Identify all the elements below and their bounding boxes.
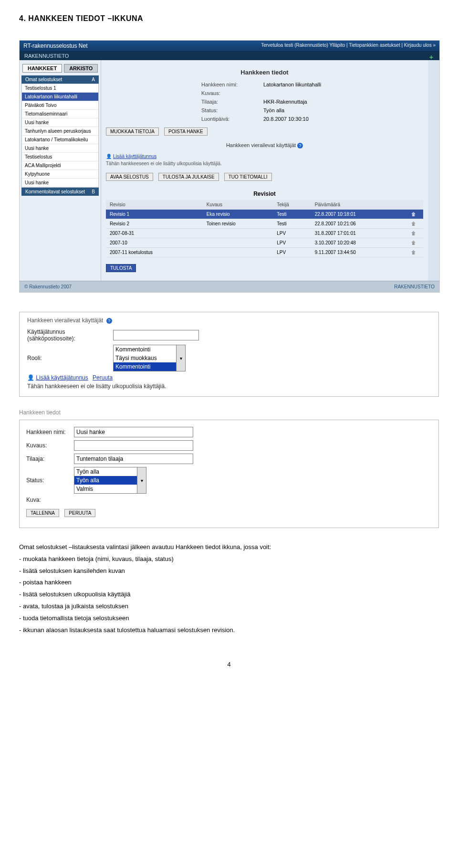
table-cell: LPV [273,229,311,238]
chevron-down-icon[interactable]: ▾ [176,345,185,371]
delete-icon[interactable]: 🗑 [404,229,423,238]
sidebar-item[interactable]: Tietomaliseminnaari [22,110,98,118]
col-revisio: Revisio [106,200,203,210]
sidebar-item[interactable]: Uusi hanke [22,179,98,187]
table-cell: LPV [273,238,311,248]
body-text: Omat selostukset –listauksesta valintasi… [19,542,439,635]
sidebar-list: Testiselostus 1Latokartanon liikuntahall… [21,84,99,188]
info-label: Kuvaus: [201,90,263,96]
sidebar-item[interactable]: Uusi hanke [22,118,98,127]
kuva-label: Kuva: [26,497,74,503]
help-icon[interactable]: ? [297,143,303,148]
table-row[interactable]: 2007-08-31LPV31.8.2007 17:01:01🗑 [106,229,423,238]
col-kuvaus: Kuvaus [203,200,273,210]
print-button[interactable]: TULOSTA [106,264,136,272]
role-option[interactable]: Kommentointi [114,345,185,354]
table-row[interactable]: Revisio 1Eka revisioTesti22.8.2007 10:18… [106,210,423,219]
list-item: - lisätä selostuksen kansilehden kuvan [19,566,439,576]
text-field[interactable] [74,454,193,464]
list-item: - muokata hankkeen tietoja (nimi, kuvaus… [19,554,439,564]
status-option[interactable]: Työn alla [74,467,146,476]
app-titlebar: RT-rakennusselostus Net Tervetuloa testi… [20,41,439,52]
chevron-down-icon[interactable]: ▾ [137,467,146,493]
sidebar-item[interactable]: Latokartano / Tietomalikokeilu [22,136,98,144]
col-tekija: Tekijä [273,200,311,210]
table-cell [203,248,273,257]
delete-button[interactable]: POISTA HANKE [164,127,208,136]
sidebar-item[interactable]: Testiselostus 1 [22,84,98,93]
table-row[interactable]: 2007-11 koetulostusLPV9.11.2007 13:44:50… [106,248,423,257]
table-cell: 3.10.2007 10:20:48 [311,238,404,248]
table-cell: Eka revisio [203,210,273,219]
document-heading: 4. HANKKEEN TIEDOT –IKKUNA [19,14,439,23]
add-icon[interactable]: ＋ [428,53,435,62]
main-panel: Hankkeen tiedot Hankkeen nimi:Latokartan… [101,60,428,281]
sidebar-item[interactable]: ACA Malliprojekti [22,161,98,170]
table-row[interactable]: 2007-10LPV3.10.2007 10:20:48🗑 [106,238,423,248]
table-cell: Revisio 1 [106,210,203,219]
status-option[interactable]: Valmis [74,485,146,493]
info-value: 20.8.2007 10:30:10 [263,116,423,122]
list-item: - avata, tulostaa ja julkaista selostuks… [19,602,439,612]
table-cell [203,229,273,238]
form-label: Kuvaus: [26,442,74,449]
sidebar-item[interactable]: Testiselostus [22,153,98,161]
delete-icon[interactable]: 🗑 [404,248,423,257]
info-value: HKR-Rakennuttaja [263,99,423,105]
sidebar-badge-a: A [92,77,95,82]
user-plus-icon: 👤 [27,374,34,381]
open-button[interactable]: AVAA SELOSTUS [106,173,153,181]
text-field[interactable] [74,440,193,451]
table-cell: 22.8.2007 10:21:06 [311,219,404,229]
table-cell: Testi [273,219,311,229]
sidebar-group-header[interactable]: Omat selostukset A [21,75,99,84]
delete-icon[interactable]: 🗑 [404,219,423,229]
text-field[interactable] [74,427,193,437]
table-cell: 22.8.2007 10:18:01 [311,210,404,219]
delete-icon[interactable]: 🗑 [404,238,423,248]
form-label: Hankkeen nimi: [26,429,74,435]
user-plus-icon: 👤 [106,154,112,159]
cancel-link[interactable]: Peruuta [93,374,113,381]
sidebar-item[interactable]: Tanhunlyn alueen peruskorjaus [22,127,98,136]
role-option[interactable]: Täysi muokkaus [114,354,185,362]
table-cell: Revisio 2 [106,219,203,229]
table-cell: 31.8.2007 17:01:01 [311,229,404,238]
info-label: Hankkeen nimi: [201,82,263,87]
sidebar-item[interactable]: Päiväkoti Toivo [22,101,98,110]
sidebar-item[interactable]: Uusi hanke [22,144,98,153]
form-label: Tilaaja: [26,455,74,462]
info-label: Luontipäivä: [201,116,263,122]
status-option-selected[interactable]: Työn alla [74,476,146,485]
info-value [263,90,423,96]
add-user-link[interactable]: Lisää käyttäjätunnus [113,154,156,159]
add-user-link[interactable]: Lisää käyttäjätunnus [36,374,88,381]
info-label: Status: [201,107,263,113]
status-select[interactable]: Työn alla Työn alla Valmis ▾ [74,467,146,494]
sidebar-item[interactable]: Latokartanon liikuntahalli [22,93,98,101]
edit-button[interactable]: MUOKKAA TIETOJA [106,127,159,136]
table-cell: Testi [273,210,311,219]
delete-icon[interactable]: 🗑 [404,210,423,219]
role-option-selected[interactable]: Kommentointi [114,362,185,371]
cancel-button[interactable]: PERUUTA [64,509,95,517]
info-label: Tilaaja: [201,99,263,105]
save-button[interactable]: TALLENNA [26,509,59,517]
no-users-text: Tähän hankkeeseen ei ole lisätty ulkopuo… [106,161,423,166]
email-field[interactable] [113,330,199,340]
hanke-form-screenshot: Hankkeen tiedot Hankkeen nimi:Kuvaus:Til… [19,409,439,528]
tab-arkisto[interactable]: ARKISTO [64,64,98,73]
table-row[interactable]: Revisio 2Toinen revisioTesti22.8.2007 10… [106,219,423,229]
publish-button[interactable]: TULOSTA JA JULKAISE [158,173,219,181]
visitors-form-screenshot: Hankkeen vierailevat käyttäjät ? Käyttäj… [19,312,439,397]
status-label: Status: [26,477,74,484]
role-select[interactable]: Kommentointi Täysi muokkaus Kommentointi… [113,345,186,371]
sidebar-item[interactable]: Kylpyhuone [22,170,98,179]
list-item: - poistaa hankkeen [19,578,439,588]
tab-hankkeet[interactable]: HANKKEET [22,64,62,73]
import-button[interactable]: TUO TIETOMALLI [224,173,272,181]
app-links: Tervetuloa testi (Rakennustieto) Ylläpit… [261,42,436,49]
help-icon[interactable]: ? [106,318,112,324]
sidebar-group-footer[interactable]: Kommentoitavat selostukset B [21,188,99,196]
sidebar: HANKKEET ARKISTO Omat selostukset A Test… [20,60,101,281]
